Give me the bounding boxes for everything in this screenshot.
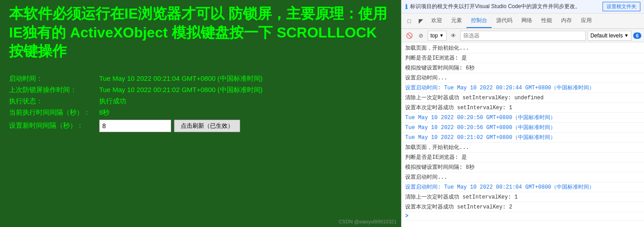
tab-performance[interactable]: 性能 <box>537 14 557 28</box>
console-line: 设置启动时间: Tue May 10 2022 00:20:44 GMT+080… <box>402 83 644 93</box>
console-line: Tue May 10 2022 00:20:50 GMT+0800（中国标准时间… <box>402 113 644 123</box>
current-interval-label: 当前执行时间间隔（秒）： <box>9 108 99 117</box>
tab-elements[interactable]: 元素 <box>447 14 466 28</box>
last-op-row: 上次防锁屏操作时间： Tue May 10 2022 00:21:02 GMT+… <box>9 86 392 94</box>
last-op-value: Tue May 10 2022 00:21:02 GMT+0800 (中国标准时… <box>99 86 263 94</box>
levels-arrow: ▼ <box>624 33 629 38</box>
console-line: 清除上一次定时器成功 setIntervalKey: 1 <box>402 192 644 202</box>
current-interval-row: 当前执行时间间隔（秒）： 8秒 <box>9 108 392 117</box>
set-interval-label: 设置新时间间隔（秒）： <box>9 121 99 130</box>
top-dropdown-arrow: ▼ <box>439 33 444 38</box>
console-line: 模拟按键设置时间间隔: 8秒 <box>402 162 644 172</box>
devtools-icon-group: □ ◤ <box>403 16 427 27</box>
default-levels-label: Default levels <box>590 32 623 39</box>
status-value: 执行成功 <box>99 97 126 106</box>
start-time-row: 启动时间： Tue May 10 2022 00:21:04 GMT+0800 … <box>9 74 392 83</box>
default-levels-dropdown[interactable]: Default levels ▼ <box>588 31 631 41</box>
error-count-badge: 6 <box>633 32 641 39</box>
console-line: 模拟按键设置时间间隔: 6秒 <box>402 63 644 73</box>
console-output: 加载页面，开始初始化...判断是否是IE浏览器: 是模拟按键设置时间间隔: 6秒… <box>402 42 644 227</box>
start-time-value: Tue May 10 2022 00:21:04 GMT+0800 (中国标准时… <box>99 74 263 83</box>
top-context-dropdown[interactable]: top ▼ <box>428 31 447 41</box>
open-root-folder-button[interactable]: 设置根文件夹 <box>603 2 640 11</box>
console-line: Tue May 10 2022 00:21:02 GMT+0800（中国标准时间… <box>402 133 644 143</box>
tab-network[interactable]: 网络 <box>517 14 537 28</box>
console-line: 设置启动时间: Tue May 10 2022 00:21:04 GMT+080… <box>402 182 644 192</box>
start-time-label: 启动时间： <box>9 74 99 83</box>
tabs-container: 欢迎 元素 控制台 源代码 网络 性能 内存 应用 <box>427 14 596 28</box>
eye-icon[interactable]: 👁 <box>448 31 458 41</box>
console-line: 设置启动时间... <box>402 172 644 182</box>
main-title: 本软件必须运行在IE浏览器才可以 防锁屏，主要原理：使用IE独有的 Active… <box>9 5 392 61</box>
console-line: 判断是否是IE浏览器: 是 <box>402 53 644 63</box>
console-line: 设置启动时间... <box>402 73 644 83</box>
device-icon[interactable]: ◤ <box>416 16 426 27</box>
inspect-icon[interactable]: □ <box>404 16 415 27</box>
clear-console-icon[interactable]: 🚫 <box>404 31 414 41</box>
notification-bar: ℹ 标识项目的根文件夹以打开Visual Studio Code中的源文件并同步… <box>402 0 644 14</box>
right-panel: ℹ 标识项目的根文件夹以打开Visual Studio Code中的源文件并同步… <box>401 0 644 227</box>
refresh-button[interactable]: 点击刷新（已生效） <box>174 120 240 132</box>
console-line: 加载页面，开始初始化... <box>402 143 644 153</box>
filter-icon[interactable]: ⊘ <box>416 31 426 41</box>
console-line: 加载页面，开始初始化... <box>402 43 644 53</box>
set-interval-row: 设置新时间间隔（秒）： 点击刷新（已生效） <box>9 120 392 132</box>
tab-welcome[interactable]: 欢迎 <box>427 14 447 28</box>
console-line: 设置本次定时器成功 setIntervalKey: 1 <box>402 103 644 113</box>
watermark: CSDN @xiaoyul99910321 <box>338 219 397 224</box>
console-line: 清除上一次定时器成功 setIntervalKey: undefined <box>402 93 644 103</box>
left-panel: 本软件必须运行在IE浏览器才可以 防锁屏，主要原理：使用IE独有的 Active… <box>0 0 401 227</box>
console-line: > <box>402 212 644 221</box>
filter-input[interactable] <box>460 31 586 41</box>
tab-application[interactable]: 应用 <box>576 14 596 28</box>
tab-console[interactable]: 控制台 <box>466 14 492 28</box>
current-interval-value: 8秒 <box>99 108 110 117</box>
devtools-tabs: □ ◤ 欢迎 元素 控制台 源代码 网络 性能 内存 应用 <box>402 14 644 29</box>
interval-input[interactable] <box>99 120 171 132</box>
last-op-label: 上次防锁屏操作时间： <box>9 86 99 94</box>
top-context-label: top <box>430 32 438 39</box>
tab-memory[interactable]: 内存 <box>557 14 576 28</box>
info-icon: ℹ <box>405 3 407 10</box>
status-row: 执行状态： 执行成功 <box>9 97 392 106</box>
notification-text: 标识项目的根文件夹以打开Visual Studio Code中的源文件并同步更改… <box>410 3 603 10</box>
status-label: 执行状态： <box>9 97 99 106</box>
console-toolbar: 🚫 ⊘ top ▼ 👁 Default levels ▼ 6 <box>402 29 644 42</box>
console-line: 设置本次定时器成功 setIntervalKey: 2 <box>402 202 644 212</box>
tab-sources[interactable]: 源代码 <box>492 14 517 28</box>
console-line: Tue May 10 2022 00:20:56 GMT+0800（中国标准时间… <box>402 123 644 133</box>
console-line: 判断是否是IE浏览器: 是 <box>402 153 644 162</box>
